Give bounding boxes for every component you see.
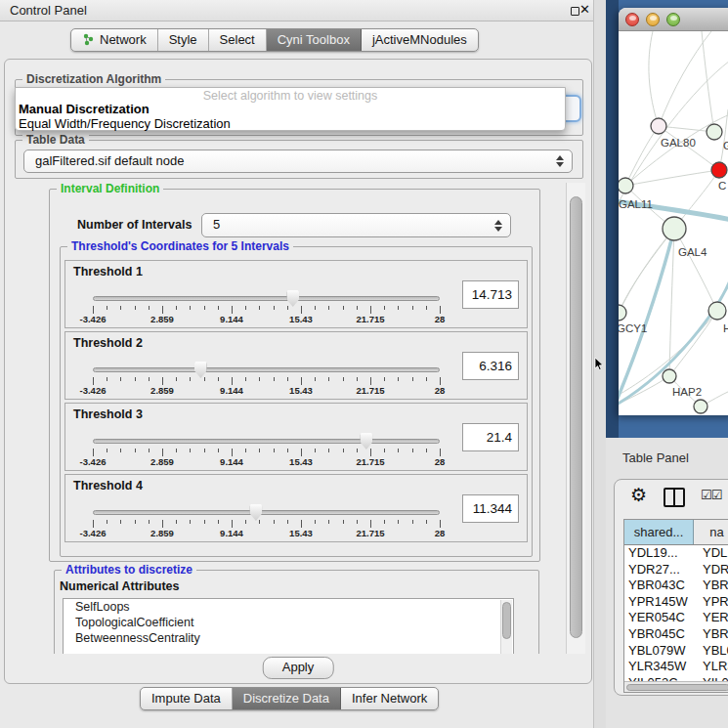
numerical-attributes-list[interactable]: SelfLoopsTopologicalCoefficientBetweenne… [63,598,514,654]
threshold-slider-thumb[interactable] [360,433,372,450]
attribute-list-item[interactable]: TopologicalCoefficient [64,615,513,630]
apply-button[interactable]: Apply [263,657,334,679]
attributes-title: Attributes to discretize [62,563,196,577]
network-node-gal11[interactable] [619,178,633,193]
threshold-slider-thumb[interactable] [249,504,262,521]
gear-icon[interactable]: ⚙ [630,484,647,506]
network-node-gcy1[interactable] [619,305,626,321]
table-row[interactable]: YBL079WYBL0 [624,643,728,660]
threshold-value-field[interactable]: 6.316 [462,352,519,380]
threshold-label: Threshold 3 [73,407,143,421]
zoom-traffic-light[interactable] [666,13,680,26]
close-icon[interactable]: ✕ [579,2,593,17]
attribute-list-item[interactable]: BetweennessCentrality [64,630,513,646]
settings-scrollbar-thumb[interactable] [570,196,582,638]
right-region: GAL80GACGAL11GAL4GCY1HHAP2 Table Panel ⚙… [606,0,728,728]
network-node-h[interactable] [708,302,726,320]
threshold-row: Threshold 2-3.4262.8599.14415.4321.71528… [64,331,528,400]
threshold-slider-track[interactable] [93,439,440,444]
attribute-list-item[interactable]: SelfLoops [64,599,513,615]
control-panel: Control Panel ✕ Network Style Select Cyn… [0,0,593,728]
threshold-value-field[interactable]: 21.4 [462,423,519,451]
cell-shared-name: YBR045C [624,626,694,643]
interval-definition-title: Interval Definition [57,183,163,195]
table-row[interactable]: YDR27...YDR2 [624,562,728,578]
network-node-label: HAP2 [672,386,702,398]
table-data-combo-value: galFiltered.sif default node [35,153,184,168]
desktop-shadow-strip [606,0,619,438]
threshold-slider-thumb[interactable] [194,362,207,378]
network-edge [669,311,717,376]
slider-ticks [93,377,440,385]
tab-network[interactable]: Network [71,29,158,51]
tab-cyni-toolbox[interactable]: Cyni Toolbox [267,29,362,51]
spinner-arrows-icon [494,220,502,232]
column-header-shared-name[interactable]: shared... [624,520,694,544]
close-traffic-light[interactable] [625,13,639,26]
table-row[interactable]: YLR345WYLR3 [624,659,728,675]
tab-style[interactable]: Style [158,29,209,51]
table-row[interactable]: YPR145WYPR1 [624,594,728,611]
network-node-gal4[interactable] [663,217,686,240]
tab-impute-data[interactable]: Impute Data [141,688,233,709]
column-split-icon[interactable] [664,488,685,507]
desktop-background: GAL80GACGAL11GAL4GCY1HHAP2 [606,0,728,438]
table-h-scrollbar[interactable] [624,681,728,692]
number-of-intervals-value: 5 [213,217,220,232]
threshold-slider-track[interactable] [93,296,440,301]
cell-shared-name: YBL079W [624,643,694,660]
network-edge [625,126,659,186]
cell-shared-name: YDL19... [624,545,694,562]
settings-scrollbar[interactable] [566,183,585,654]
minimize-traffic-light[interactable] [646,13,660,26]
table-row[interactable]: YBR043CYBR0 [624,578,728,594]
network-window-titlebar[interactable] [619,8,728,31]
network-edge [619,229,674,313]
column-header-name[interactable]: na [694,520,728,544]
network-edge [649,31,659,126]
slider-tick-labels: -3.4262.8599.14415.4321.71528 [93,314,440,325]
cell-name: YBL0 [694,643,728,660]
numerical-attributes-label: Numerical Attributes [60,579,179,593]
network-node-label: GA [723,140,728,151]
network-node-label: GAL80 [661,137,696,149]
threshold-slider-thumb[interactable] [286,290,299,307]
number-of-intervals-spinner[interactable]: 5 [201,213,511,237]
thresholds-group: Threshold's Coordinates for 5 Intervals … [60,246,533,557]
tab-infer-network[interactable]: Infer Network [341,688,438,709]
threshold-value-field[interactable]: 14.713 [462,280,519,309]
threshold-label: Threshold 4 [73,479,143,492]
threshold-rows: Threshold 1-3.4262.8599.14415.4321.71528… [64,260,528,545]
table-row[interactable]: YBR045CYBR0 [624,626,728,643]
threshold-label: Threshold 1 [73,265,143,278]
table-row[interactable]: YER054CYER0 [624,610,728,626]
attributes-scrollbar-thumb[interactable] [502,602,511,639]
network-node[interactable] [694,400,707,413]
threshold-value-field[interactable]: 11.344 [462,494,519,523]
cell-name: YDL1 [694,545,728,562]
network-node-hap2[interactable] [663,369,676,383]
checkbox-icons[interactable]: ☑☑ [701,488,721,502]
network-node-label: GAL11 [619,198,653,210]
table-row[interactable]: YDL19...YDL1 [624,545,728,562]
network-node-gal80[interactable] [651,118,666,134]
slider-ticks [93,520,440,528]
attributes-scrollbar[interactable] [500,600,512,654]
menu-item-equal-width-frequency[interactable]: Equal Width/Frequency Discretization [19,116,231,131]
tab-select[interactable]: Select [209,29,267,51]
network-node-c[interactable] [711,162,727,178]
network-edge [619,229,674,313]
network-canvas[interactable]: GAL80GACGAL11GAL4GCY1HHAP2 [619,31,728,415]
tab-discretize-data[interactable]: Discretize Data [233,688,341,709]
menu-item-manual-discretization[interactable]: Manual Discretization [19,102,150,116]
threshold-slider-track[interactable] [93,510,440,515]
threshold-slider-track[interactable] [93,367,440,372]
table-h-scrollbar-thumb[interactable] [626,684,728,691]
tab-jactivemnodules[interactable]: jActiveMNodules [362,29,478,51]
table-data-combo[interactable]: galFiltered.sif default node [23,150,573,173]
cell-name: YBR0 [694,626,728,643]
mouse-cursor [594,358,604,371]
cyni-content-panel: Discretization Algorithm Select algorith… [4,59,592,684]
network-node-ga[interactable] [707,124,722,140]
float-window-icon[interactable] [571,7,579,16]
